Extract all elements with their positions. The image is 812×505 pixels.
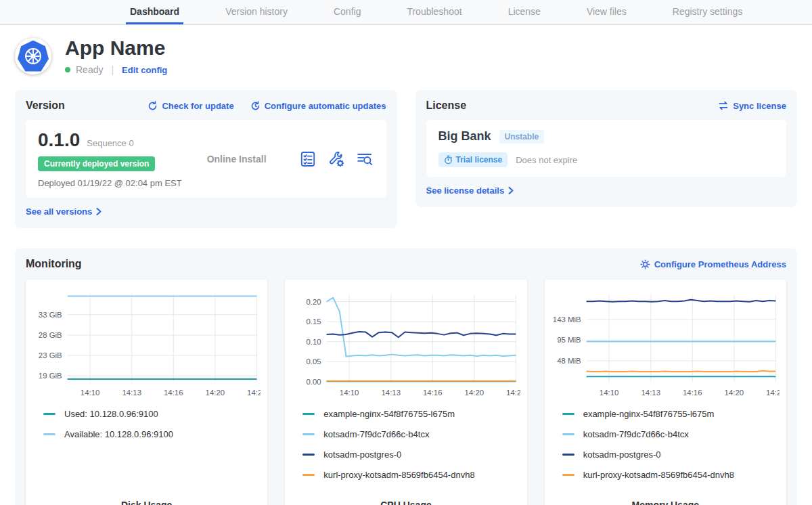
svg-text:14:10: 14:10	[340, 389, 359, 397]
gear-icon	[640, 259, 650, 269]
kubernetes-icon	[18, 41, 49, 72]
license-box: Big Bank Unstable Trial license	[426, 120, 787, 177]
channel-badge: Unstable	[499, 130, 545, 144]
chart-plot[interactable]: 0.000.050.100.150.2014:1014:1314:1614:20…	[292, 288, 520, 401]
license-expiry: Does not expire	[516, 155, 577, 165]
sync-arrows-icon	[718, 101, 729, 110]
svg-text:14:23: 14:23	[506, 389, 520, 397]
version-number: 0.1.0	[38, 129, 80, 151]
legend-label: Used: 10.128.0.96:9100	[64, 409, 158, 419]
monitoring-panel: Monitoring Configure Prometheus Address …	[15, 248, 797, 505]
legend-label: kotsadm-postgres-0	[323, 449, 401, 460]
legend-dash-icon	[43, 413, 55, 415]
preflight-checks-button[interactable]	[299, 150, 317, 168]
chart-title: CPU Usage	[292, 493, 520, 505]
tab-config[interactable]: Config	[330, 0, 365, 24]
tab-view-files[interactable]: View files	[583, 0, 631, 24]
app-meta: App Name Ready | Edit config	[65, 37, 167, 75]
logs-search-icon	[356, 150, 374, 168]
svg-text:14:16: 14:16	[423, 389, 443, 397]
configure-automatic-updates-link[interactable]: Configure automatic updates	[250, 101, 386, 111]
legend-dash-icon	[562, 474, 574, 476]
sync-license-link[interactable]: Sync license	[718, 101, 786, 111]
svg-text:14:23: 14:23	[766, 389, 780, 397]
stopwatch-icon	[444, 155, 453, 164]
license-panel: License Sync license Big Bank Unstable	[415, 90, 798, 207]
page-title: App Name	[65, 37, 167, 60]
legend-item: Available: 10.128.0.96:9100	[43, 429, 261, 439]
svg-text:0.05: 0.05	[307, 357, 321, 366]
edit-config-link[interactable]: Edit config	[122, 65, 167, 75]
legend-dash-icon	[43, 433, 55, 435]
trial-license-badge: Trial license	[438, 152, 508, 167]
memory-usage-chart-card: 48 MiB95 MiB143 MiB14:1014:1314:1614:201…	[545, 280, 786, 505]
tab-troubleshoot[interactable]: Troubleshoot	[403, 0, 466, 24]
legend-item: example-nginx-54f8f76755-l675m	[302, 409, 520, 419]
cards-row: Version Check for update Configure au	[15, 90, 797, 228]
svg-text:48 MiB: 48 MiB	[557, 357, 581, 365]
see-license-details-link[interactable]: See license details	[426, 185, 514, 196]
app-logo	[15, 38, 51, 74]
check-for-update-link[interactable]: Check for update	[148, 101, 233, 111]
svg-text:23 GiB: 23 GiB	[39, 351, 62, 359]
chart-legend: example-nginx-54f8f76755-l675mkotsadm-7f…	[302, 409, 520, 490]
refresh-icon	[148, 101, 158, 111]
svg-text:14:20: 14:20	[465, 389, 484, 397]
status-row: Ready | Edit config	[65, 64, 167, 75]
disk-usage-chart-card: 19 GiB23 GiB28 GiB33 GiB14:1014:1314:161…	[26, 280, 267, 505]
wrench-gear-icon	[328, 150, 345, 168]
legend-dash-icon	[302, 433, 315, 435]
deploy-logs-button[interactable]	[356, 150, 374, 168]
svg-text:19 GiB: 19 GiB	[39, 372, 62, 380]
legend-label: kotsadm-postgres-0	[583, 449, 661, 460]
deployed-timestamp: Deployed 01/19/22 @ 02:04 pm EST	[38, 178, 182, 188]
status-badge: Ready	[76, 64, 103, 75]
tab-dashboard[interactable]: Dashboard	[126, 0, 183, 24]
chart-plot[interactable]: 48 MiB95 MiB143 MiB14:1014:1314:1614:201…	[551, 288, 780, 401]
legend-dash-icon	[302, 413, 315, 415]
app-header: App Name Ready | Edit config	[0, 25, 812, 85]
kubernetes-wheel-icon	[22, 45, 45, 68]
svg-text:33 GiB: 33 GiB	[39, 311, 62, 319]
chart-title: Memory Usage	[551, 493, 780, 505]
version-title: Version	[26, 100, 65, 112]
tab-version-history[interactable]: Version history	[221, 0, 292, 24]
tab-registry-settings[interactable]: Registry settings	[669, 0, 746, 24]
chevron-right-icon	[96, 208, 102, 215]
legend-item: kurl-proxy-kotsadm-8569fb6454-dnvh8	[302, 470, 520, 480]
legend-label: kotsadm-7f9dc7d66c-b4tcx	[583, 429, 689, 439]
chart-legend: Used: 10.128.0.96:9100Available: 10.128.…	[43, 409, 261, 449]
configure-prometheus-link[interactable]: Configure Prometheus Address	[640, 259, 786, 269]
monitoring-title: Monitoring	[26, 258, 82, 270]
top-navigation: DashboardVersion historyConfigTroublesho…	[0, 0, 812, 25]
configure-version-button[interactable]	[328, 150, 345, 168]
svg-text:14:10: 14:10	[600, 389, 619, 397]
svg-text:0.20: 0.20	[307, 298, 321, 306]
svg-text:28 GiB: 28 GiB	[39, 331, 62, 339]
see-all-versions-link[interactable]: See all versions	[26, 206, 102, 217]
legend-label: Available: 10.128.0.96:9100	[64, 429, 173, 439]
license-title: License	[426, 100, 467, 112]
svg-text:14:23: 14:23	[247, 389, 261, 397]
svg-text:143 MiB: 143 MiB	[553, 315, 581, 324]
svg-text:14:20: 14:20	[206, 389, 225, 397]
legend-dash-icon	[562, 454, 574, 456]
legend-item: kotsadm-7f9dc7d66c-b4tcx	[302, 429, 520, 439]
legend-label: example-nginx-54f8f76755-l675m	[583, 409, 715, 419]
svg-text:14:16: 14:16	[683, 389, 702, 397]
install-type-label: Online Install	[207, 154, 267, 164]
legend-label: kotsadm-7f9dc7d66c-b4tcx	[323, 429, 429, 439]
legend-dash-icon	[302, 454, 315, 456]
legend-item: kotsadm-postgres-0	[562, 449, 780, 460]
chart-legend: example-nginx-54f8f76755-l675mkotsadm-7f…	[562, 409, 780, 490]
legend-item: kotsadm-postgres-0	[302, 449, 520, 460]
chart-plot[interactable]: 19 GiB23 GiB28 GiB33 GiB14:1014:1314:161…	[32, 288, 261, 401]
svg-text:14:13: 14:13	[122, 389, 141, 397]
svg-text:0.00: 0.00	[307, 378, 321, 386]
customer-name: Big Bank	[438, 129, 491, 144]
legend-label: kurl-proxy-kotsadm-8569fb6454-dnvh8	[583, 470, 734, 480]
tab-license[interactable]: License	[504, 0, 545, 24]
legend-label: kurl-proxy-kotsadm-8569fb6454-dnvh8	[323, 470, 474, 480]
legend-dash-icon	[562, 433, 574, 435]
svg-text:14:13: 14:13	[382, 389, 401, 397]
